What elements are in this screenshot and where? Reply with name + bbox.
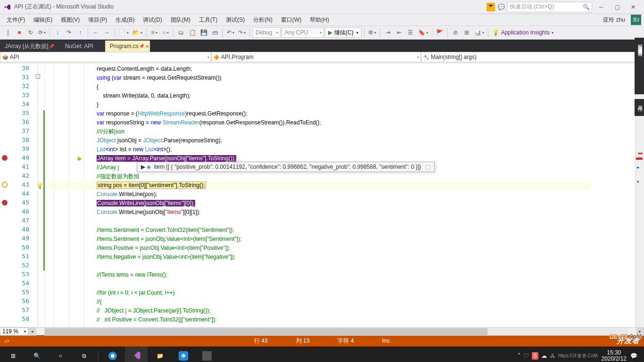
- var-icon: ◈: [147, 164, 151, 170]
- menu-help[interactable]: 帮助(H): [306, 15, 333, 25]
- tray-s-icon[interactable]: S: [532, 352, 538, 360]
- menu-tools[interactable]: 工具(T): [195, 15, 221, 25]
- new-item-icon[interactable]: 📋: [187, 27, 198, 38]
- solution-explorer-tab[interactable]: 解决方案资源管理器: [635, 38, 644, 94]
- quick-launch-input[interactable]: 快速启动 (Ctrl+Q)🔍: [507, 2, 592, 12]
- properties-tab[interactable]: 属性: [635, 99, 644, 116]
- chart-icon[interactable]: 📊: [473, 27, 486, 38]
- notification-icon[interactable]: [487, 3, 495, 11]
- fold-toggle[interactable]: -: [36, 74, 40, 79]
- menu-file[interactable]: 文件(F): [3, 15, 29, 25]
- scroll-track[interactable]: [44, 328, 628, 336]
- menu-project[interactable]: 项目(P): [84, 15, 111, 25]
- close-button[interactable]: ✕: [626, 2, 640, 12]
- member-combo[interactable]: 🔧Main(string[] args): [421, 52, 644, 62]
- search-button[interactable]: 🔍: [25, 346, 48, 362]
- breakpoint-icon[interactable]: ⊘: [450, 27, 461, 38]
- outdent-icon[interactable]: ⇤: [394, 27, 405, 38]
- grid-icon[interactable]: ⊞: [462, 27, 472, 38]
- tray-shield-icon[interactable]: 🛡: [523, 353, 529, 359]
- restart-icon[interactable]: ↻: [25, 27, 36, 38]
- menu-window[interactable]: 窗口(W): [277, 15, 305, 25]
- format-icon[interactable]: ☰: [405, 27, 416, 38]
- close-icon[interactable]: ✕: [145, 44, 149, 49]
- pin-icon[interactable]: ⬚: [425, 164, 430, 170]
- menu-build[interactable]: 生成(B): [112, 15, 138, 25]
- continue-button[interactable]: ▶继续(C)▾: [325, 27, 362, 38]
- menu-test[interactable]: 测试(S): [222, 15, 248, 25]
- clock[interactable]: 15:302020/2/12: [602, 350, 627, 362]
- comment-icon[interactable]: ≡: [149, 27, 159, 38]
- tab-program[interactable]: Program.cs📌✕: [105, 41, 150, 52]
- new-file-icon[interactable]: 📄: [117, 27, 130, 38]
- minimize-button[interactable]: ─: [594, 2, 608, 12]
- separator: [98, 350, 99, 362]
- feedback-icon[interactable]: 💬: [497, 3, 505, 11]
- process-icon[interactable]: ⚙: [367, 27, 378, 38]
- tray-up-icon[interactable]: ˄: [518, 353, 520, 359]
- app-vs[interactable]: [125, 346, 148, 362]
- app-insights[interactable]: 💡Application Insights▾: [491, 27, 555, 38]
- nav-fwd-icon[interactable]: →: [102, 27, 112, 38]
- tab-nuget[interactable]: NuGet: API: [60, 41, 105, 52]
- start-button[interactable]: ⊞: [2, 346, 25, 362]
- status-icon: ▱: [5, 337, 9, 344]
- notifications-button[interactable]: 💬: [630, 353, 637, 359]
- app-tencent[interactable]: ✱: [172, 346, 195, 362]
- class-combo[interactable]: 🔶API.Program: [211, 52, 421, 62]
- app-other[interactable]: [196, 346, 218, 362]
- indent-icon[interactable]: ⇥: [383, 27, 393, 38]
- bookmark-icon[interactable]: 🔖: [417, 27, 429, 38]
- expand-icon[interactable]: ▶: [141, 164, 145, 170]
- tray-cloud-icon[interactable]: ☁: [541, 353, 547, 359]
- date: 2020/2/12: [602, 356, 627, 362]
- user-avatar[interactable]: 亚z: [631, 15, 641, 25]
- save-icon[interactable]: 💾: [198, 27, 209, 38]
- save-all-icon[interactable]: 🗃: [210, 27, 220, 38]
- flag-icon[interactable]: 🚩: [435, 27, 445, 38]
- menu-view[interactable]: 视图(V): [57, 15, 83, 25]
- uncomment-icon[interactable]: ○: [160, 27, 171, 38]
- step-over-icon[interactable]: ↷: [64, 27, 74, 38]
- tooltip-varname: item: [154, 164, 165, 170]
- stop-icon[interactable]: ■: [14, 27, 25, 38]
- undo-icon[interactable]: ↶: [225, 27, 236, 38]
- menu-edit[interactable]: 编辑(E): [30, 15, 56, 25]
- pause-icon[interactable]: ∥: [3, 27, 13, 38]
- method-icon: 🔧: [423, 55, 429, 60]
- menu-debug[interactable]: 调试(D): [139, 15, 166, 25]
- zoom-combo[interactable]: 119 %▾: [0, 328, 28, 336]
- step-out-icon[interactable]: ↑: [75, 27, 85, 38]
- tray-text: https://开发者.CoM: [558, 353, 598, 359]
- code-area[interactable]: request.ContentLength = data.Length;usin…: [45, 63, 644, 327]
- step-into-icon[interactable]: ↓: [52, 27, 63, 38]
- user-name[interactable]: 亚玲 zhu: [600, 15, 628, 25]
- nav-back-icon[interactable]: ←: [91, 27, 101, 38]
- breakpoint-icon[interactable]: [2, 200, 8, 206]
- tray-net-icon[interactable]: 🖧: [550, 353, 555, 359]
- maximize-button[interactable]: ▢: [610, 2, 624, 12]
- breakpoint-gutter[interactable]: [0, 63, 10, 327]
- menu-team[interactable]: 团队(M): [167, 15, 194, 25]
- refresh-icon[interactable]: ⟳: [37, 27, 47, 38]
- scroll-left-icon[interactable]: ◄: [28, 328, 36, 336]
- scope-combo[interactable]: 📦API: [0, 52, 211, 62]
- pin-icon[interactable]: 📌: [49, 44, 54, 49]
- toolbox-icon[interactable]: 🗂: [176, 27, 186, 38]
- tray[interactable]: ˄ 🛡 S ☁ 🖧 https://开发者.CoM: [518, 352, 598, 360]
- current-line-icon[interactable]: [2, 182, 8, 188]
- breakpoint-icon[interactable]: [2, 155, 8, 161]
- open-icon[interactable]: 📂: [131, 27, 144, 38]
- menu-analyze[interactable]: 分析(N): [249, 15, 276, 25]
- scroll-thumb[interactable]: [44, 328, 487, 335]
- cortana-button[interactable]: ○: [49, 346, 72, 362]
- app-browser[interactable]: [101, 346, 124, 362]
- config-combo[interactable]: Debug: [252, 27, 281, 38]
- platform-combo[interactable]: Any CPU: [281, 27, 324, 38]
- taskview-button[interactable]: ⧉: [73, 346, 95, 362]
- app-explorer[interactable]: 📁: [149, 346, 171, 362]
- tab-jarray[interactable]: JArray [从元数据]📌: [0, 41, 60, 52]
- pin-icon[interactable]: 📌: [139, 44, 144, 49]
- datatip[interactable]: ▶ ◈ item {[ { "positive_prob": 0.0014119…: [137, 162, 435, 172]
- redo-icon[interactable]: ↷: [237, 27, 247, 38]
